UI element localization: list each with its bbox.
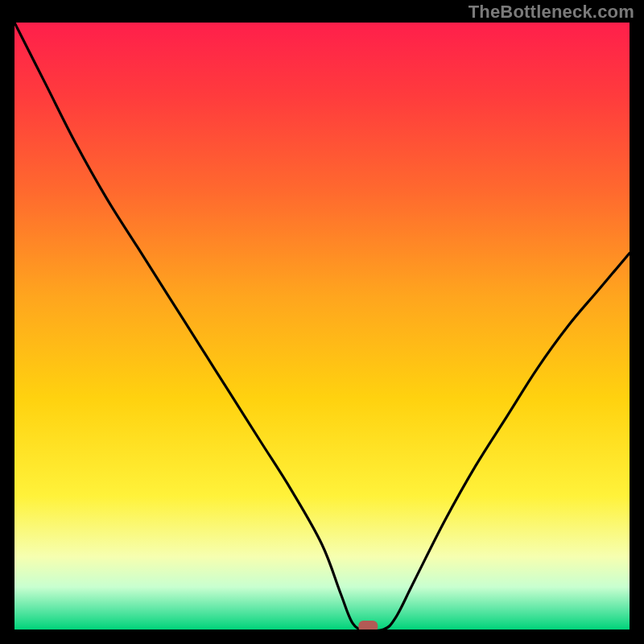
gradient-background [14, 23, 630, 630]
watermark-label: TheBottleneck.com [469, 2, 634, 23]
plot-area [14, 23, 630, 630]
optimum-marker [358, 621, 378, 630]
chart-frame: TheBottleneck.com [0, 0, 644, 644]
plot-svg [14, 23, 630, 630]
